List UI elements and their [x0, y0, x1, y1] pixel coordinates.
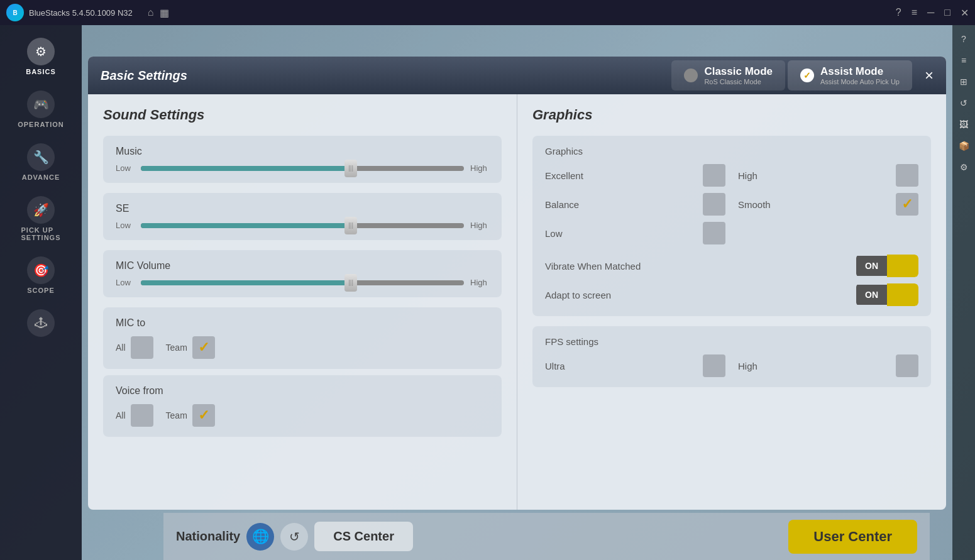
panel-title: Basic Settings [101, 69, 671, 83]
grid-icon[interactable]: ▦ [160, 7, 169, 19]
minimize-icon[interactable]: ─ [927, 7, 934, 18]
panel-body: Sound Settings Music Low ||| High [88, 94, 946, 510]
operation-label: OPERATION [18, 121, 64, 128]
classic-mode-name: Classic Mode [704, 65, 773, 78]
mic-to-team-option: Team [166, 336, 215, 359]
sidebar-item-extra[interactable]: 🕹 [0, 303, 82, 346]
vibrate-label: Vibrate When Matched [545, 261, 641, 272]
assist-mode-button[interactable]: Assist Mode Assist Mode Auto Pick Up [788, 60, 912, 91]
sidebar-right-item-7[interactable]: ⚙ [955, 158, 972, 176]
fps-ultra-radio[interactable] [703, 354, 725, 377]
music-label: Music [116, 146, 489, 157]
music-low-label: Low [116, 163, 135, 173]
graphics-low-label: Low [545, 228, 697, 239]
graphics-high-label: High [738, 170, 890, 181]
sidebar-right-item-5[interactable]: 🖼 [955, 116, 972, 133]
graphics-low-radio[interactable] [703, 222, 725, 244]
vibrate-toggle[interactable]: ON [856, 255, 918, 277]
mic-to-group: MIC to All Team [103, 307, 502, 369]
voice-from-team-label: Team [166, 410, 187, 420]
sidebar-right-item-1[interactable]: ? [955, 30, 972, 48]
music-slider-track[interactable]: ||| [141, 166, 464, 171]
sidebar-right-item-6[interactable]: 📦 [955, 137, 972, 155]
voice-from-label: Voice from [116, 385, 489, 397]
mic-to-team-checkbox[interactable] [192, 336, 215, 359]
nationality-label: Nationality [176, 529, 240, 544]
sidebar-right-item-4[interactable]: ↺ [955, 94, 972, 112]
sidebar-item-scope[interactable]: 🎯 SCOPE [0, 250, 82, 300]
window-controls: ? ≡ ─ □ ✕ [896, 7, 969, 19]
panel-header: Basic Settings Classic Mode RoS Classic … [88, 57, 946, 94]
assist-mode-sub: Assist Mode Auto Pick Up [820, 78, 900, 85]
mic-to-options: All Team [116, 336, 489, 359]
app-name: BlueStacks 5.4.50.1009 N32 [29, 8, 133, 18]
music-high-label: High [470, 163, 489, 173]
fps-high-label: High [738, 361, 890, 371]
se-slider-group: SE Low ||| High [103, 193, 502, 240]
graphics-smooth-radio[interactable] [896, 193, 918, 216]
mic-volume-high-label: High [470, 278, 489, 287]
mic-volume-slider-fill [141, 280, 351, 285]
sidebar-item-operation[interactable]: 🎮 OPERATION [0, 84, 82, 135]
nationality-icon[interactable]: 🌐 [246, 523, 274, 551]
se-slider-row: Low ||| High [116, 221, 489, 230]
adapt-screen-toggle[interactable]: ON [856, 283, 918, 306]
main-content: Basic Settings Classic Mode RoS Classic … [82, 25, 952, 560]
bottom-bar: Nationality 🌐 ↺ CS Center User Center [163, 513, 930, 560]
graphics-excellent-label: Excellent [545, 170, 697, 181]
assist-mode-check [800, 69, 814, 82]
mic-to-all-option: All [116, 336, 153, 359]
voice-from-team-checkbox[interactable] [192, 404, 215, 427]
mic-volume-slider-track[interactable]: ||| [141, 280, 464, 285]
adapt-screen-on-label: ON [856, 285, 887, 305]
app-logo: B [6, 4, 24, 21]
sidebar-item-pickup[interactable]: 🚀 PICK UPSETTINGS [0, 190, 82, 248]
user-center-button[interactable]: User Center [788, 520, 917, 554]
fps-high-radio[interactable] [896, 354, 918, 377]
graphics-balance-radio[interactable] [703, 193, 725, 216]
voice-from-all-label: All [116, 410, 126, 420]
se-slider-thumb[interactable]: ||| [344, 217, 357, 234]
sidebar-right-item-2[interactable]: ≡ [955, 52, 972, 69]
menu-icon[interactable]: ≡ [912, 7, 917, 18]
graphics-quality-grid: Excellent High Balance Smooth [545, 164, 918, 244]
graphics-excellent-radio[interactable] [703, 164, 725, 187]
refresh-button[interactable]: ↺ [280, 523, 308, 551]
sidebar-item-basics[interactable]: ⚙ BASICS [0, 31, 82, 82]
help-icon[interactable]: ? [896, 7, 901, 18]
mode-buttons: Classic Mode RoS Classic Mode Assist Mod… [671, 60, 912, 91]
voice-from-all-checkbox[interactable] [131, 404, 153, 427]
graphics-quality-card: Graphics Excellent High Balance [532, 136, 931, 316]
close-icon[interactable]: ✕ [961, 7, 969, 19]
se-slider-track[interactable]: ||| [141, 223, 464, 228]
music-slider-thumb[interactable]: ||| [344, 160, 357, 177]
maximize-icon[interactable]: □ [944, 7, 950, 18]
se-low-label: Low [116, 221, 135, 230]
pickup-label: PICK UPSETTINGS [21, 226, 60, 241]
graphics-high-radio[interactable] [896, 164, 918, 187]
nationality-button[interactable]: Nationality [176, 529, 240, 544]
classic-mode-check [684, 69, 698, 82]
titlebar: B BlueStacks 5.4.50.1009 N32 ⌂ ▦ ? ≡ ─ □… [0, 0, 975, 25]
se-label: SE [116, 203, 489, 214]
graphics-section: Graphics Graphics Excellent High [517, 94, 946, 510]
panel-close-button[interactable]: × [925, 67, 934, 84]
voice-from-group: Voice from All Team [103, 375, 502, 437]
graphics-smooth-item: Smooth [738, 193, 918, 216]
sidebar-item-advance[interactable]: 🔧 ADVANCE [0, 137, 82, 187]
sidebar-right-item-3[interactable]: ⊞ [955, 73, 972, 91]
cs-center-button[interactable]: CS Center [314, 522, 413, 551]
music-slider-group: Music Low ||| High [103, 136, 502, 183]
basics-label: BASICS [26, 68, 56, 75]
graphics-high-item: High [738, 164, 918, 187]
voice-from-options: All Team [116, 404, 489, 427]
mic-to-all-checkbox[interactable] [131, 336, 153, 359]
classic-mode-button[interactable]: Classic Mode RoS Classic Mode [671, 60, 785, 91]
classic-mode-text: Classic Mode RoS Classic Mode [704, 65, 773, 85]
home-icon[interactable]: ⌂ [148, 7, 154, 18]
mic-volume-slider-thumb[interactable]: ||| [344, 274, 357, 292]
adapt-screen-label: Adapt to screen [545, 290, 611, 300]
sound-section: Sound Settings Music Low ||| High [88, 94, 517, 510]
graphics-smooth-label: Smooth [738, 199, 890, 210]
operation-icon: 🎮 [27, 91, 55, 118]
